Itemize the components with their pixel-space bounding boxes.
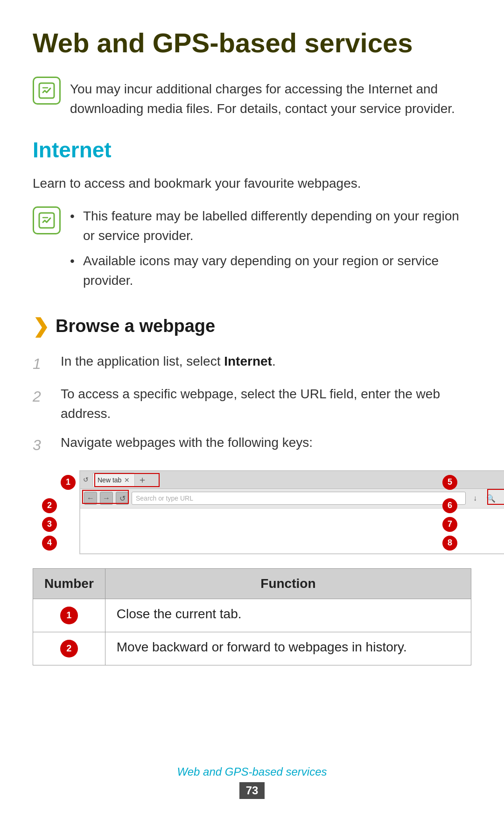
search-icon[interactable]: 🔍 — [484, 492, 497, 505]
annotation-7: 7 — [442, 517, 457, 532]
refresh-button[interactable]: ↺ — [116, 492, 129, 505]
bullet-item-2: Available icons may vary depending on yo… — [70, 251, 471, 290]
svg-rect-1 — [39, 213, 54, 228]
table-row: 1 Close the current tab. — [33, 599, 471, 632]
step-num-3: 3 — [33, 433, 51, 456]
col-function: Function — [105, 568, 471, 599]
annotation-2: 2 — [42, 498, 57, 513]
page-footer: Web and GPS-based services 73 — [0, 765, 504, 799]
browser-tab[interactable]: New tab ✕ — [92, 473, 135, 487]
url-bar[interactable]: Search or type URL — [132, 492, 466, 505]
annotation-1: 1 — [61, 475, 76, 490]
tab-close-icon[interactable]: ✕ — [124, 476, 130, 484]
step-num-2: 2 — [33, 384, 51, 408]
annotation-8: 8 — [442, 536, 457, 551]
annotation-6: 6 — [442, 498, 457, 513]
browser-screenshot-wrapper: 1 5 2 6 3 7 4 8 ↺ New tab ✕ — [33, 470, 471, 554]
download-icon[interactable]: ↓ — [469, 492, 482, 505]
step-1: 1 In the application list, select Intern… — [33, 352, 471, 375]
step-3: 3 Navigate webpages with the following k… — [33, 433, 471, 456]
footer-text: Web and GPS-based services — [0, 765, 504, 778]
step-text-1: In the application list, select Internet… — [61, 352, 276, 371]
top-note-text: You may incur additional charges for acc… — [70, 77, 471, 119]
step-num-1: 1 — [33, 352, 51, 375]
col-number: Number — [33, 568, 105, 599]
subsection-title: ❯ Browse a webpage — [33, 315, 471, 338]
function-table: Number Function 1 Close the current tab.… — [33, 568, 471, 665]
section-title: Internet — [33, 137, 471, 163]
step-list: 1 In the application list, select Intern… — [33, 352, 471, 456]
browser-content — [80, 509, 504, 554]
note-icon-bullet — [33, 206, 61, 234]
chevron-icon: ❯ — [33, 315, 49, 338]
table-row: 2 Move backward or forward to webpages i… — [33, 632, 471, 665]
bookmark-icon[interactable]: ★ — [500, 492, 504, 505]
section-description: Learn to access and bookmark your favour… — [33, 174, 471, 193]
forward-button[interactable]: → — [100, 492, 113, 505]
annotation-5: 5 — [442, 475, 457, 490]
circle-1: 1 — [60, 607, 78, 624]
browser-toolbar: ← → ↺ Search or type URL ↓ 🔍 ★ — [80, 489, 504, 509]
back-button[interactable]: ← — [84, 492, 97, 505]
svg-rect-0 — [39, 83, 54, 98]
annotation-4: 4 — [42, 536, 57, 551]
note-icon-top — [33, 77, 61, 105]
footer-page-number: 73 — [239, 782, 265, 799]
url-placeholder: Search or type URL — [136, 495, 193, 502]
table-cell-func-1: Close the current tab. — [105, 599, 471, 632]
bullet-list: This feature may be labelled differently… — [70, 206, 471, 296]
tab-label: New tab — [98, 476, 121, 484]
top-note-box: You may incur additional charges for acc… — [33, 77, 471, 119]
browser-tab-bar: ↺ New tab ✕ ＋ ≡ — [80, 471, 504, 489]
table-cell-num-2: 2 — [33, 632, 105, 665]
table-cell-num-1: 1 — [33, 599, 105, 632]
browser-mockup: ↺ New tab ✕ ＋ ≡ ← → ↺ Search or type URL… — [79, 470, 504, 554]
step-2: 2 To access a specific webpage, select t… — [33, 384, 471, 424]
annotation-3: 3 — [42, 517, 57, 532]
bullet-note-box: This feature may be labelled differently… — [33, 206, 471, 296]
circle-2: 2 — [60, 640, 78, 657]
tab-add-icon[interactable]: ＋ — [135, 474, 150, 486]
step-text-3: Navigate webpages with the following key… — [61, 433, 313, 452]
step-text-2: To access a specific webpage, select the… — [61, 384, 471, 424]
table-cell-func-2: Move backward or forward to webpages in … — [105, 632, 471, 665]
table-header-row: Number Function — [33, 568, 471, 599]
bullet-item-1: This feature may be labelled differently… — [70, 206, 471, 246]
page-title: Web and GPS-based services — [33, 28, 471, 58]
